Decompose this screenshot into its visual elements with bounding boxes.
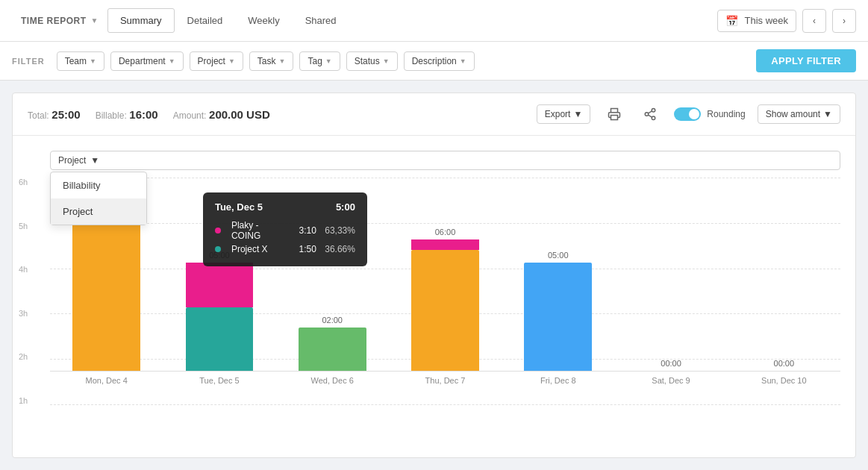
- x-label-sat: Sat, Dec 9: [614, 376, 727, 385]
- filter-label: FILTER: [12, 57, 45, 66]
- description-arrow: ▼: [460, 57, 466, 65]
- group-by-btn[interactable]: Project ▼: [50, 151, 840, 170]
- total-item: Total: 25:00: [28, 108, 81, 121]
- filter-project[interactable]: Project ▼: [190, 51, 243, 71]
- task-arrow: ▼: [279, 57, 286, 65]
- bar-group-fri: 05:00: [502, 178, 614, 371]
- summary-actions: Export ▼: [537, 102, 840, 126]
- tooltip-name-1: Project X: [231, 244, 284, 254]
- group-dropdown: Project ▼ Billability Project: [50, 151, 840, 170]
- main-content: Total: 25:00 Billable: 16:00 Amount: 200…: [0, 81, 868, 470]
- bar-label-sun: 00:00: [774, 359, 795, 368]
- tab-weekly[interactable]: Weekly: [235, 8, 292, 33]
- y-label-5h: 5h: [19, 222, 28, 231]
- filter-tag[interactable]: Tag ▼: [299, 51, 340, 71]
- x-label-mon: Mon, Dec 4: [50, 376, 163, 385]
- bars-row: 05:00 Tue, Dec 5 5:00: [50, 178, 840, 372]
- filter-department[interactable]: Department ▼: [110, 51, 184, 71]
- tooltip-day: Tue, Dec 5: [215, 201, 263, 213]
- group-option-billability[interactable]: Billability: [51, 172, 146, 198]
- bar-seg-tue-teal: [186, 307, 254, 371]
- rounding-toggle-wrap: Rounding: [674, 107, 745, 121]
- show-amount-btn[interactable]: Show amount ▼: [758, 104, 840, 124]
- svg-line-5: [649, 111, 652, 113]
- rounding-toggle[interactable]: [674, 107, 701, 121]
- tab-detailed[interactable]: Detailed: [175, 8, 236, 33]
- nav-tabs: Summary Detailed Weekly Shared: [107, 8, 349, 33]
- team-arrow: ▼: [90, 57, 96, 65]
- next-week-btn[interactable]: ›: [832, 9, 856, 33]
- summary-bar: Total: 25:00 Billable: 16:00 Amount: 200…: [13, 93, 855, 136]
- bar-label-tue: 05:00: [209, 251, 230, 260]
- nav-right: 📅 This week ‹ ›: [717, 9, 856, 33]
- date-picker-label: This week: [744, 15, 788, 26]
- apply-filter-btn[interactable]: APPLY FILTER: [756, 49, 856, 72]
- svg-point-3: [652, 116, 656, 120]
- export-arrow: ▼: [573, 109, 582, 119]
- bar-group-tue: 05:00 Tue, Dec 5 5:00: [163, 178, 275, 371]
- x-label-sun: Sun, Dec 10: [728, 376, 840, 385]
- y-label-1h: 1h: [19, 396, 28, 405]
- filter-description[interactable]: Description ▼: [404, 51, 475, 71]
- y-label-3h: 3h: [19, 309, 28, 318]
- rounding-label: Rounding: [707, 109, 745, 119]
- show-amount-arrow: ▼: [823, 109, 832, 119]
- bar-seg-fri-blue: [524, 263, 592, 371]
- print-btn[interactable]: [602, 102, 626, 126]
- bar-group-sun: 00:00: [728, 178, 840, 371]
- x-label-thu: Thu, Dec 7: [389, 376, 502, 385]
- bar-group-sat: 00:00: [614, 178, 727, 371]
- bar-tue[interactable]: [186, 263, 254, 371]
- top-nav: TIME REPORT ▼ Summary Detailed Weekly Sh…: [0, 0, 868, 42]
- filter-task[interactable]: Task ▼: [249, 51, 294, 71]
- tab-shared[interactable]: Shared: [293, 8, 349, 33]
- x-axis: Mon, Dec 4 Tue, Dec 5 Wed, Dec 6 Thu, De…: [50, 372, 840, 385]
- calendar-icon: 📅: [725, 15, 738, 27]
- filter-status[interactable]: Status ▼: [346, 51, 398, 71]
- y-label-6h: 6h: [19, 178, 28, 187]
- svg-line-4: [649, 115, 652, 117]
- x-label-wed: Wed, Dec 6: [276, 376, 389, 385]
- filter-team[interactable]: Team ▼: [57, 51, 104, 71]
- share-btn[interactable]: [638, 102, 662, 126]
- tab-summary[interactable]: Summary: [107, 8, 175, 33]
- bar-seg-thu-orange: [411, 250, 479, 371]
- date-picker[interactable]: 📅 This week: [717, 10, 796, 32]
- time-report-arrow: ▼: [91, 16, 99, 25]
- x-label-tue: Tue, Dec 5: [163, 376, 275, 385]
- tooltip-dot-0: [215, 228, 221, 234]
- chart-area: Project ▼ Billability Project 1h 2h 3h: [13, 136, 855, 457]
- bar-label-sat: 00:00: [661, 359, 681, 368]
- bar-group-thu: 06:00: [389, 178, 502, 371]
- bar-seg-thu-pink: [411, 239, 479, 250]
- tooltip-name-0: Plaky - COING: [231, 220, 284, 241]
- time-report-btn[interactable]: TIME REPORT ▼: [12, 10, 107, 32]
- bar-group-wed: 02:00: [276, 178, 389, 371]
- bar-label-thu: 06:00: [435, 228, 456, 236]
- export-btn[interactable]: Export ▼: [537, 104, 591, 124]
- billable-item: Billable: 16:00: [96, 108, 158, 121]
- svg-rect-0: [611, 116, 618, 120]
- bar-wed[interactable]: [299, 328, 366, 371]
- chart-card: Total: 25:00 Billable: 16:00 Amount: 200…: [12, 93, 856, 458]
- bar-seg-tue-pink: [186, 263, 254, 307]
- svg-point-1: [652, 109, 656, 113]
- bar-thu[interactable]: [411, 239, 479, 371]
- bar-seg-wed-green: [299, 328, 366, 371]
- project-arrow: ▼: [228, 57, 235, 65]
- group-by-arrow: ▼: [90, 155, 99, 166]
- toggle-knob: [689, 109, 699, 119]
- group-by-label: Project: [58, 155, 86, 166]
- bar-mon[interactable]: [72, 207, 140, 371]
- group-option-project[interactable]: Project: [51, 198, 146, 225]
- prev-week-btn[interactable]: ‹: [802, 9, 826, 33]
- filter-bar: FILTER Team ▼ Department ▼ Project ▼ Tas…: [0, 42, 868, 81]
- x-label-fri: Fri, Dec 8: [502, 376, 614, 385]
- bar-label-fri: 05:00: [548, 251, 569, 260]
- time-report-label: TIME REPORT: [21, 16, 87, 26]
- svg-point-2: [646, 113, 649, 116]
- amount-item: Amount: 200.00 USD: [173, 108, 270, 121]
- bar-fri[interactable]: [524, 263, 592, 371]
- grid-line-1: [50, 404, 840, 405]
- y-label-2h: 2h: [19, 352, 28, 361]
